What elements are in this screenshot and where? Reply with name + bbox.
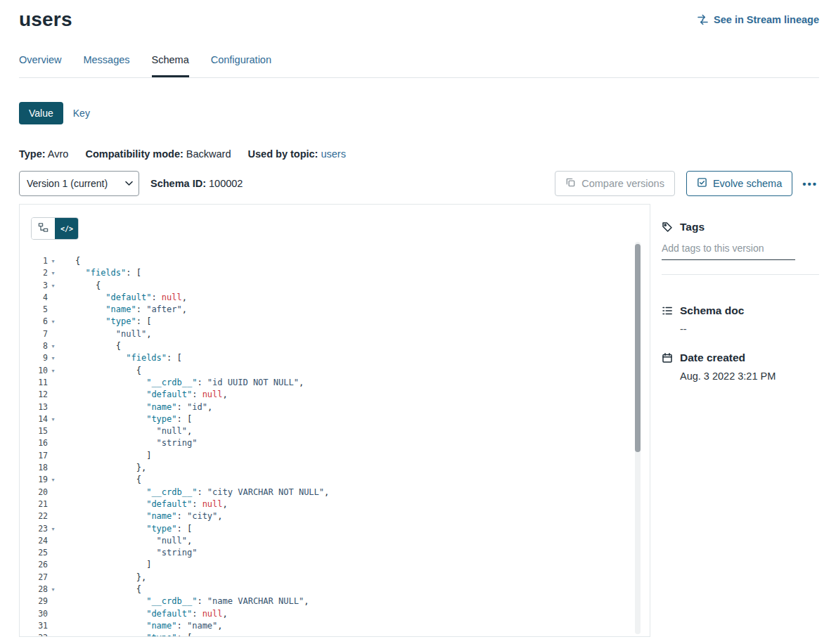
- meta-compatibility: Compatibility mode: Backward: [85, 148, 231, 160]
- code-text: "__crdb__": "name VARCHAR NULL",: [58, 595, 309, 607]
- code-token: "name": [105, 304, 136, 314]
- version-select[interactable]: Version 1 (current): [19, 171, 139, 196]
- meta-topic: Used by topic: users: [248, 148, 346, 160]
- code-token: null: [162, 292, 182, 302]
- code-line: 21 "default": null,: [27, 498, 631, 510]
- code-token: null: [202, 389, 223, 399]
- tab-overview[interactable]: Overview: [19, 54, 61, 77]
- schema-controls: Version 1 (current) Schema ID: 100002 Co…: [19, 171, 819, 196]
- add-tags-input[interactable]: [662, 240, 795, 260]
- code-token: ,: [223, 389, 228, 399]
- schema-doc-value: --: [680, 323, 819, 335]
- more-options-button[interactable]: •••: [801, 175, 819, 193]
- evolve-schema-label: Evolve schema: [713, 178, 782, 189]
- editor-view-toggle: </>: [31, 217, 79, 240]
- fold-toggle-icon[interactable]: ▾: [48, 340, 58, 352]
- line-number: 10: [27, 365, 48, 377]
- code-line: 20 "__crdb__": "city VARCHAR NOT NULL",: [27, 487, 631, 498]
- stream-lineage-link[interactable]: See in Stream lineage: [697, 14, 819, 25]
- fold-spacer: [48, 620, 58, 632]
- code-token: ,: [223, 609, 228, 619]
- fold-spacer: [48, 389, 58, 401]
- fold-toggle-icon[interactable]: ▾: [48, 267, 58, 279]
- code-line: 30 "default": null,: [27, 608, 631, 620]
- version-select-wrap: Version 1 (current): [19, 171, 139, 196]
- value-toggle-button[interactable]: Value: [19, 102, 63, 124]
- code-token: {: [75, 281, 101, 290]
- code-token: [75, 633, 146, 636]
- code-token: ,: [217, 511, 222, 521]
- code-line: 6▾ "type": [: [27, 316, 631, 328]
- code-line: 16 "string": [27, 437, 631, 449]
- code-token: ,: [182, 304, 187, 314]
- fold-toggle-icon[interactable]: ▾: [48, 474, 58, 486]
- code-token: "null": [157, 426, 187, 436]
- code-line: 25 "string": [27, 547, 631, 559]
- code-line: 24 "null",: [27, 535, 631, 547]
- fold-toggle-icon[interactable]: ▾: [48, 523, 58, 535]
- code-line: 12 "default": null,: [27, 389, 631, 401]
- code-line: 18 },: [27, 462, 631, 474]
- tree-view-button[interactable]: [32, 218, 55, 239]
- fold-toggle-icon[interactable]: ▾: [48, 365, 58, 377]
- code-line: 13 "name": "id",: [27, 401, 631, 413]
- fold-toggle-icon[interactable]: ▾: [48, 413, 58, 425]
- line-number: 1: [27, 255, 48, 267]
- page-header: users See in Stream lineage: [19, 0, 819, 32]
- fold-toggle-icon[interactable]: ▾: [48, 584, 58, 595]
- code-token: {: [75, 475, 141, 484]
- fold-toggle-icon[interactable]: ▾: [48, 316, 58, 328]
- fold-toggle-icon[interactable]: ▾: [48, 255, 58, 267]
- editor-scrollbar[interactable]: [635, 242, 641, 634]
- editor-scrollbar-thumb[interactable]: [635, 244, 641, 452]
- line-number: 31: [27, 620, 48, 632]
- fold-toggle-icon[interactable]: ▾: [48, 632, 58, 636]
- code-text: {: [58, 340, 121, 352]
- code-token: "default": [105, 292, 151, 302]
- schema-doc-section: Schema doc --: [662, 304, 819, 335]
- fold-spacer: [48, 547, 58, 559]
- code-line: 14▾ "type": [: [27, 413, 631, 425]
- line-number: 30: [27, 608, 48, 620]
- code-text: },: [58, 462, 146, 474]
- evolve-schema-icon: [697, 177, 707, 190]
- code-line: 4 "default": null,: [27, 292, 631, 304]
- code-line: 31 "name": "name",: [27, 620, 631, 632]
- fold-toggle-icon[interactable]: ▾: [48, 352, 58, 364]
- line-number: 20: [27, 487, 48, 498]
- key-toggle-button[interactable]: Key: [63, 102, 100, 124]
- line-number: 13: [27, 401, 48, 413]
- compare-versions-button[interactable]: Compare versions: [555, 171, 675, 196]
- code-token: "string": [157, 548, 198, 558]
- tab-schema[interactable]: Schema: [152, 54, 189, 77]
- code-token: ,: [217, 621, 222, 631]
- code-token: [75, 536, 157, 546]
- code-line: 9▾ "fields": [: [27, 352, 631, 364]
- code-token: [75, 316, 105, 326]
- schema-doc-header: Schema doc: [662, 304, 819, 317]
- code-lines: 1▾{2▾ "fields": [3▾ {4 "default": null,5…: [27, 255, 631, 636]
- sidebar-divider: [662, 274, 819, 275]
- code-token: [75, 389, 146, 399]
- tab-configuration[interactable]: Configuration: [211, 54, 271, 77]
- line-number: 12: [27, 389, 48, 401]
- code-token: "default": [146, 389, 192, 399]
- line-number: 22: [27, 510, 48, 522]
- compare-versions-icon: [565, 177, 576, 190]
- code-token: [75, 499, 146, 509]
- fold-toggle-icon[interactable]: ▾: [48, 280, 58, 292]
- tab-messages[interactable]: Messages: [83, 54, 129, 77]
- code-view-button[interactable]: </>: [55, 218, 78, 239]
- code-text: "name": "id",: [58, 401, 212, 413]
- topic-link[interactable]: users: [321, 148, 345, 160]
- line-number: 21: [27, 498, 48, 510]
- code-text: "type": [: [58, 316, 151, 328]
- fold-spacer: [48, 572, 58, 584]
- code-text: "string": [58, 437, 197, 449]
- code-token: "fields": [85, 268, 126, 278]
- code-token: [75, 402, 146, 412]
- schema-id-label: Schema ID:: [150, 178, 206, 189]
- code-token: "city": [187, 511, 217, 521]
- stream-lineage-icon: [697, 14, 709, 25]
- evolve-schema-button[interactable]: Evolve schema: [686, 171, 792, 196]
